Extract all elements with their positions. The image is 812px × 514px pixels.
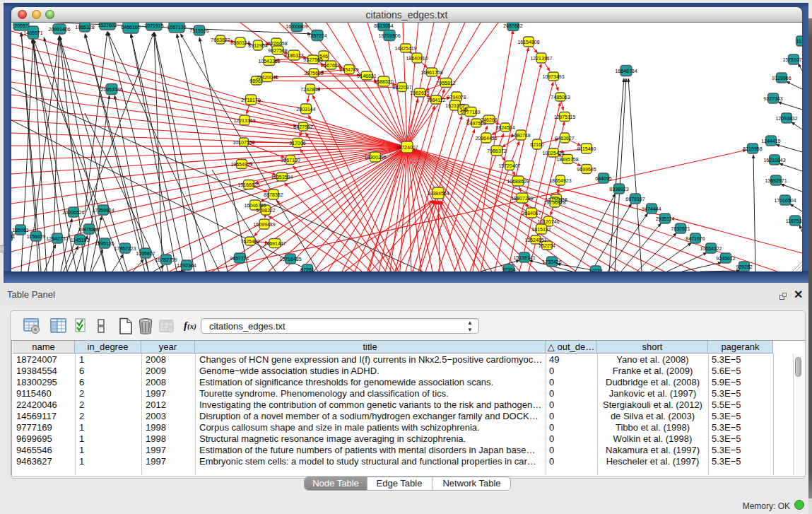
svg-text:252254: 252254 — [539, 243, 555, 248]
svg-text:9227343: 9227343 — [763, 96, 782, 101]
svg-text:17957223: 17957223 — [114, 246, 136, 251]
svg-text:9463627: 9463627 — [555, 136, 574, 141]
svg-text:5498222: 5498222 — [256, 208, 275, 213]
svg-text:9794078: 9794078 — [447, 95, 466, 100]
svg-text:19975867: 19975867 — [78, 227, 100, 232]
svg-text:7632621: 7632621 — [671, 226, 690, 231]
svg-text:12213967: 12213967 — [530, 56, 552, 61]
svg-text:15226058: 15226058 — [265, 41, 287, 46]
svg-text:8215958: 8215958 — [743, 146, 762, 151]
svg-text:15136141: 15136141 — [513, 255, 535, 260]
svg-text:1112: 1112 — [796, 39, 802, 44]
svg-text:19756928: 19756928 — [543, 200, 565, 205]
svg-text:644095: 644095 — [595, 176, 611, 181]
svg-text:1167534: 1167534 — [786, 218, 802, 223]
svg-text:2935114: 2935114 — [656, 216, 675, 221]
svg-text:8322037: 8322037 — [392, 85, 411, 90]
svg-text:1244415: 1244415 — [761, 139, 780, 144]
svg-text:9827509: 9827509 — [268, 48, 287, 53]
svg-text:20991406: 20991406 — [48, 27, 70, 32]
svg-text:10973493: 10973493 — [542, 74, 564, 79]
svg-text:9777169: 9777169 — [461, 110, 480, 115]
svg-text:15720407: 15720407 — [498, 163, 520, 168]
svg-text:7663822: 7663822 — [211, 37, 230, 42]
svg-text:7625402: 7625402 — [240, 239, 259, 244]
svg-text:14691447: 14691447 — [264, 241, 286, 246]
svg-text:2803144: 2803144 — [296, 107, 315, 112]
svg-text:16782759: 16782759 — [155, 257, 177, 262]
svg-text:1156829: 1156829 — [27, 234, 46, 239]
svg-text:7515526: 7515526 — [189, 28, 208, 33]
svg-text:7986372: 7986372 — [487, 148, 506, 153]
svg-text:16046766: 16046766 — [244, 203, 266, 208]
svg-text:8454749: 8454749 — [339, 67, 358, 72]
svg-text:19732: 19732 — [589, 269, 603, 272]
svg-text:6466160: 6466160 — [121, 25, 140, 30]
svg-text:10688609: 10688609 — [507, 179, 529, 184]
svg-text:20364436: 20364436 — [475, 136, 497, 141]
svg-text:3684067: 3684067 — [522, 211, 541, 216]
svg-text:97354: 97354 — [502, 267, 516, 272]
svg-text:21953346: 21953346 — [100, 87, 122, 92]
svg-text:3267130: 3267130 — [281, 158, 300, 163]
svg-text:929282: 929282 — [736, 264, 752, 269]
svg-text:9474444: 9474444 — [642, 206, 661, 211]
svg-text:12942737: 12942737 — [46, 236, 68, 241]
svg-text:62160: 62160 — [530, 142, 544, 147]
svg-text:18724007: 18724007 — [396, 145, 418, 150]
svg-text:2687682: 2687682 — [503, 23, 522, 28]
svg-text:16033809: 16033809 — [286, 24, 307, 29]
svg-text:7955812: 7955812 — [436, 81, 455, 86]
svg-text:13692971: 13692971 — [765, 178, 787, 183]
svg-text:19166825: 19166825 — [237, 182, 259, 187]
svg-text:3875685: 3875685 — [304, 71, 323, 76]
svg-text:8186323: 8186323 — [284, 53, 303, 58]
svg-text:7485063: 7485063 — [551, 95, 570, 100]
svg-text:9657771: 9657771 — [230, 256, 249, 261]
svg-text:17016504: 17016504 — [774, 198, 796, 203]
svg-text:18640910: 18640910 — [406, 56, 428, 61]
svg-text:391511: 391511 — [11, 234, 16, 239]
svg-text:18807289: 18807289 — [511, 196, 533, 201]
svg-text:15716485: 15716485 — [279, 257, 301, 262]
svg-text:10654122: 10654122 — [700, 246, 722, 251]
svg-text:16154808: 16154808 — [517, 40, 539, 45]
svg-text:8660124: 8660124 — [230, 40, 249, 45]
svg-text:8878352: 8878352 — [264, 192, 283, 197]
svg-text:13524851: 13524851 — [524, 238, 546, 243]
svg-text:1595135: 1595135 — [95, 241, 114, 246]
svg-text:19384554: 19384554 — [427, 191, 449, 196]
svg-text:16120746: 16120746 — [537, 219, 559, 224]
svg-text:16210643: 16210643 — [763, 158, 785, 163]
svg-text:1527602: 1527602 — [98, 23, 117, 28]
svg-text:20206526: 20206526 — [62, 210, 84, 215]
svg-text:9699695: 9699695 — [577, 167, 596, 172]
svg-text:1588520: 1588520 — [374, 79, 393, 84]
svg-text:1071915: 1071915 — [144, 23, 163, 28]
svg-text:15751074: 15751074 — [782, 57, 802, 62]
svg-text:185061: 185061 — [12, 228, 28, 233]
svg-text:3824514: 3824514 — [495, 125, 514, 130]
svg-text:16961758: 16961758 — [420, 70, 442, 75]
svg-text:9245612: 9245612 — [716, 256, 735, 261]
svg-text:1067135: 1067135 — [167, 25, 186, 30]
svg-text:9115460: 9115460 — [577, 146, 596, 151]
svg-text:317006: 317006 — [289, 141, 305, 146]
svg-text:87261: 87261 — [300, 267, 314, 272]
svg-text:12975115: 12975115 — [554, 115, 576, 119]
svg-text:8427552: 8427552 — [293, 124, 312, 129]
svg-text:1292344: 1292344 — [177, 263, 196, 268]
svg-text:16099489: 16099489 — [253, 222, 275, 227]
svg-text:10025438: 10025438 — [542, 151, 564, 156]
svg-text:1362635: 1362635 — [410, 90, 429, 95]
svg-text:12213369: 12213369 — [233, 118, 255, 123]
svg-text:16648784: 16648784 — [615, 69, 637, 74]
svg-text:18495758: 18495758 — [556, 157, 578, 162]
svg-text:1080748: 1080748 — [511, 133, 530, 138]
svg-text:1145193: 1145193 — [71, 238, 90, 243]
svg-text:20557: 20557 — [14, 23, 28, 28]
svg-text:14325419: 14325419 — [394, 46, 416, 51]
svg-text:546: 546 — [319, 54, 328, 59]
svg-text:19654923: 19654923 — [230, 162, 252, 167]
svg-text:746266: 746266 — [481, 117, 497, 122]
